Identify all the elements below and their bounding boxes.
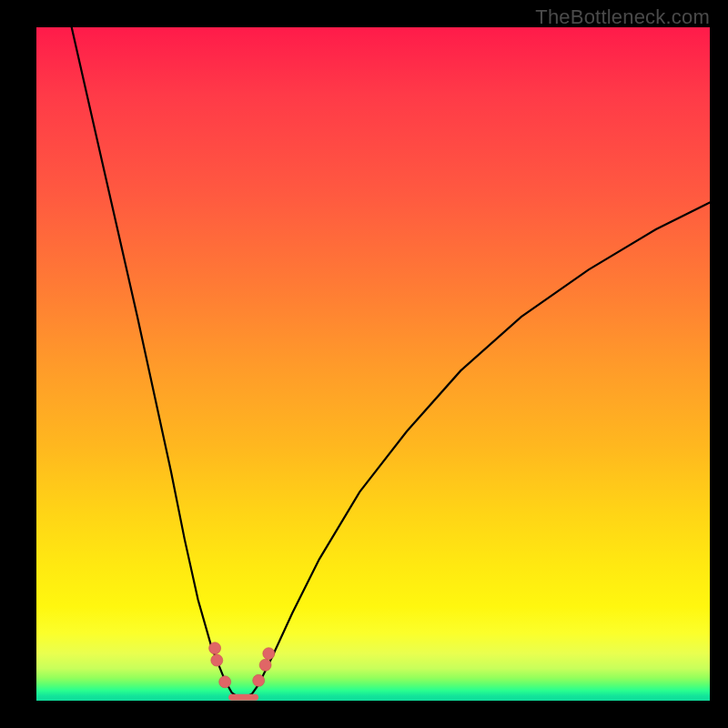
plot-area <box>36 27 710 701</box>
curve-marker <box>253 674 265 686</box>
curve-marker <box>211 654 223 666</box>
chart-svg <box>36 27 710 701</box>
curve-marker <box>259 659 271 671</box>
bottleneck-curve <box>70 21 710 698</box>
watermark-text: TheBottleneck.com <box>535 5 710 29</box>
curve-marker <box>263 648 275 660</box>
chart-frame: TheBottleneck.com <box>0 0 728 728</box>
curve-marker <box>209 642 221 654</box>
curve-marker <box>219 676 231 688</box>
curve-markers <box>209 642 275 688</box>
